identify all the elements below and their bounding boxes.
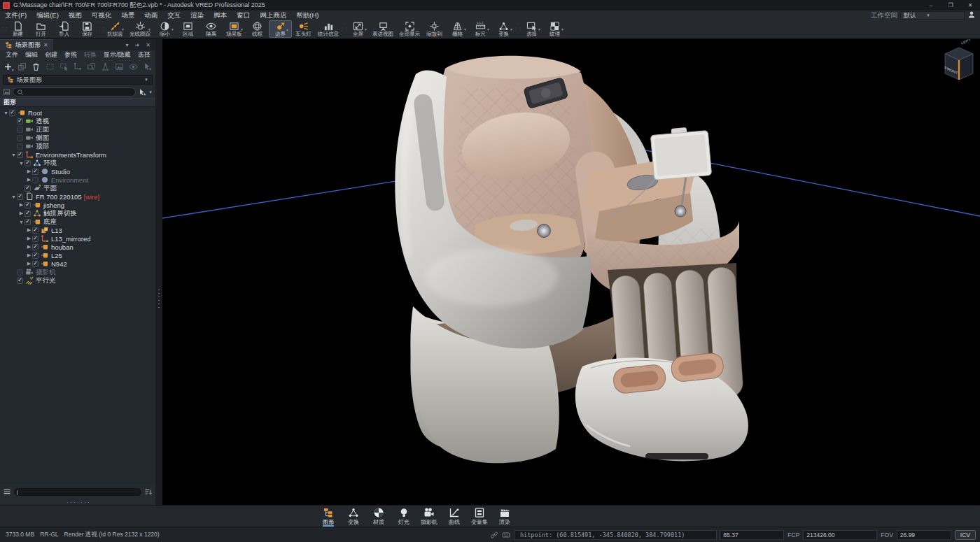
menu-item-窗口[interactable]: 窗口 — [232, 11, 255, 20]
link-icon[interactable] — [490, 531, 498, 539]
menu-item-动画[interactable]: 动画 — [139, 11, 162, 20]
tree-row[interactable]: ▼✓Root — [0, 108, 155, 117]
viewport-canvas[interactable]: FRONT LEFT — [162, 39, 980, 505]
expander-icon[interactable]: ▶ — [26, 169, 32, 174]
tree-checkbox[interactable]: ✓ — [17, 194, 23, 200]
module-图形[interactable]: 图形 — [318, 506, 339, 527]
filter-icon[interactable] — [3, 88, 10, 96]
panel-tool-select-hierarchy[interactable] — [71, 61, 84, 73]
panel-menu-创建[interactable]: 创建 — [41, 50, 61, 59]
link-icon[interactable] — [490, 531, 498, 539]
tree-row[interactable]: ▼✓EnvironmentsTransform — [0, 150, 155, 159]
tree-row[interactable]: 顶部 — [0, 142, 155, 150]
user-icon[interactable] — [967, 10, 976, 20]
toolbar-button-隔离[interactable]: 隔离 — [200, 20, 223, 38]
toolbar-grip[interactable]: ⋮⋮ — [515, 20, 520, 38]
toolbar-button-标尺[interactable]: 0 1 2▼标尺 — [469, 20, 492, 38]
expander-icon[interactable]: ▶ — [26, 177, 32, 183]
tree-row[interactable]: ▼✓底座 — [0, 217, 155, 226]
toolbar-button-抗锯齿[interactable]: ▼抗锯齿 — [104, 20, 127, 38]
expander-icon[interactable]: ▼ — [18, 220, 24, 224]
menu-item-场景[interactable]: 场景 — [116, 11, 139, 20]
tree-row[interactable]: ▶Environment — [0, 176, 155, 184]
module-变换[interactable]: 变换 — [343, 506, 364, 527]
tree-row[interactable]: 正面 — [0, 125, 155, 134]
tree-checkbox[interactable]: ✓ — [32, 236, 38, 242]
module-灯光[interactable]: 灯光 — [393, 506, 414, 527]
expander-icon[interactable]: ▶ — [26, 236, 32, 241]
tree-row[interactable]: 摄影机 — [0, 268, 155, 276]
toolbar-button-保存[interactable]: 保存 — [76, 20, 99, 38]
cursor-select-icon[interactable] — [138, 88, 146, 97]
tree-row[interactable]: ▶✓L13_mirrored — [0, 234, 155, 243]
tree-checkbox[interactable] — [32, 177, 38, 183]
toolbar-button-表达视图[interactable]: 表达视图 — [370, 20, 396, 38]
panel-menu-显示/隐藏[interactable]: 显示/隐藏 — [100, 50, 134, 59]
panel-menu-参照[interactable]: 参照 — [61, 50, 80, 59]
toolbar-button-选择[interactable]: ▼选择 — [520, 20, 543, 38]
tree-checkbox[interactable]: ✓ — [17, 152, 23, 158]
expander-icon[interactable]: ▶ — [26, 252, 32, 258]
tree-row[interactable]: ▼✓环境 — [0, 159, 155, 167]
panel-undock-icon[interactable]: ➜ — [135, 42, 140, 48]
module-曲线[interactable]: 曲线 — [444, 506, 465, 527]
panel-resize-handle[interactable] — [0, 499, 155, 505]
panel-close-icon[interactable]: ✕ — [146, 42, 150, 48]
panel-tool-delete[interactable] — [30, 61, 43, 73]
search-input[interactable] — [13, 87, 136, 97]
menu-item-文件F[interactable]: 文件(F) — [0, 11, 31, 20]
tree-row[interactable]: ▶✓触摸屏切换 — [0, 209, 155, 217]
sort-list-icon[interactable] — [144, 487, 153, 496]
toolbar-button-场景板[interactable]: ▼场景板 — [223, 20, 246, 38]
toolbar-button-车头灯[interactable]: 车头灯 — [292, 20, 315, 38]
tree-row[interactable]: 侧面 — [0, 134, 155, 142]
expander-icon[interactable]: ▶ — [18, 211, 24, 216]
console-icon[interactable] — [502, 531, 510, 539]
dropdown-arrow-icon[interactable]: ▼ — [240, 27, 244, 31]
cursor-select-icon[interactable] — [138, 88, 146, 97]
dropdown-arrow-icon[interactable]: ▼ — [364, 27, 368, 31]
toolbar-grip[interactable]: ⋮⋮ — [99, 20, 104, 38]
tree-checkbox[interactable]: ✓ — [24, 202, 31, 208]
workspace-combo[interactable]: 默认 ▼ — [900, 11, 965, 20]
toolbar-button-导入[interactable]: 导入 — [52, 20, 76, 38]
toolbar-button-光线跟踪[interactable]: ▼光线跟踪 — [127, 20, 153, 38]
tab-scene-graph[interactable]: 场景图形 ✕ — [0, 39, 53, 50]
tree-checkbox[interactable]: ✓ — [17, 278, 23, 284]
toolbar-grip[interactable]: ⋮⋮ — [342, 20, 346, 38]
expander-icon[interactable]: ▼ — [10, 194, 17, 199]
tree-row[interactable]: ▼✓FR 700 220105[wire] — [0, 192, 155, 201]
tree-row[interactable]: ▶✓jisheng — [0, 201, 155, 209]
fov-field[interactable]: 26.99 — [897, 530, 951, 540]
tree-checkbox[interactable]: ✓ — [24, 185, 31, 192]
user-icon[interactable] — [967, 10, 976, 19]
tree-row[interactable]: ▶✓L25 — [0, 251, 155, 259]
module-渲染[interactable]: 渲染 — [494, 506, 515, 527]
dropdown-arrow-icon[interactable]: ▼ — [171, 27, 174, 31]
tree-row[interactable]: ▶✓houban — [0, 243, 155, 251]
expander-icon[interactable]: ▶ — [18, 202, 24, 208]
dropdown-arrow-icon[interactable]: ▼ — [486, 27, 490, 31]
render-viewport[interactable]: FRONT LEFT — [162, 39, 980, 505]
toolbar-button-缩小[interactable]: ▼缩小 — [153, 20, 176, 38]
panel-tool-select-transform[interactable] — [99, 61, 112, 73]
menu-item-编辑E[interactable]: 编辑(E) — [31, 11, 64, 20]
tree-checkbox[interactable]: ✓ — [32, 169, 38, 175]
menu-item-可视化[interactable]: 可视化 — [87, 11, 117, 20]
dropdown-arrow-icon[interactable]: ▼ — [148, 27, 151, 31]
toolbar-button-边界[interactable]: ▼边界 — [269, 20, 292, 38]
dropdown-arrow-icon[interactable]: ▼ — [561, 27, 564, 31]
tree-row[interactable]: ▶✓N942 — [0, 259, 155, 268]
toolbar-button-全部显示[interactable]: 全部显示 — [396, 20, 423, 38]
menu-item-帮助H[interactable]: 帮助(H) — [291, 11, 323, 20]
module-摄影机[interactable]: 摄影机 — [419, 506, 440, 527]
dropdown-arrow-icon[interactable]: ▼ — [121, 27, 125, 31]
toolbar-button-栅格[interactable]: ▼栅格 — [446, 20, 469, 38]
tree-row[interactable]: ▶✓Studio — [0, 167, 155, 176]
panel-tool-select-box[interactable] — [43, 61, 56, 73]
tree-checkbox[interactable] — [17, 127, 23, 133]
tree-checkbox[interactable]: ✓ — [32, 227, 38, 234]
tree-row[interactable]: ▶✓L13 — [0, 226, 155, 234]
toolbar-button-打开[interactable]: 打开 — [29, 20, 52, 38]
toolbar-grip[interactable]: ⋮⋮ — [1, 20, 6, 38]
